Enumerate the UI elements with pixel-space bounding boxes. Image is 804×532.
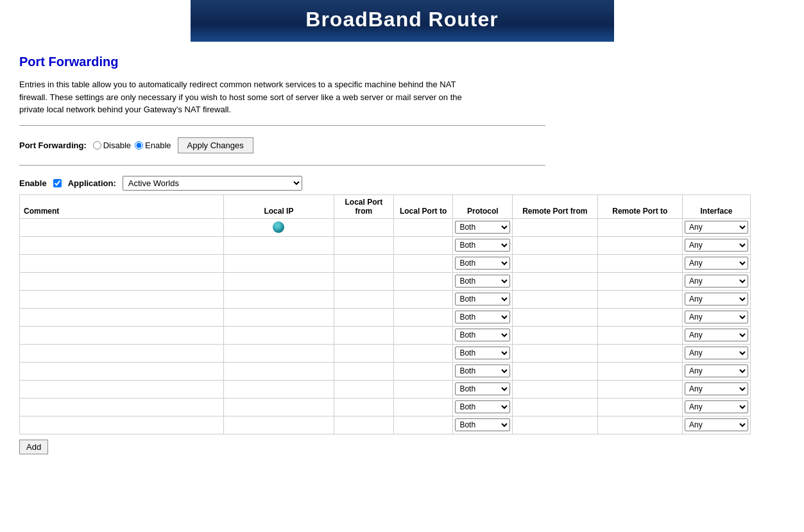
- local-port-to-input[interactable]: [396, 294, 451, 304]
- enable-radio[interactable]: [135, 141, 143, 150]
- add-button[interactable]: Add: [19, 440, 48, 454]
- remote-port-from-input[interactable]: [515, 312, 595, 322]
- remote-port-from-input[interactable]: [515, 384, 595, 394]
- local-port-to-input[interactable]: [396, 258, 451, 268]
- remote-port-to-input[interactable]: [600, 294, 680, 304]
- protocol-select[interactable]: BothTCPUDP: [455, 365, 510, 377]
- interface-select[interactable]: AnyWANLAN: [685, 311, 748, 323]
- remote-port-from-input[interactable]: [515, 222, 595, 232]
- comment-input[interactable]: [22, 312, 221, 322]
- enable-checkbox[interactable]: [53, 179, 62, 187]
- protocol-select[interactable]: BothTCPUDP: [455, 347, 510, 359]
- localip-input[interactable]: [226, 294, 332, 304]
- local-port-to-input[interactable]: [396, 276, 451, 286]
- remote-port-to-input[interactable]: [600, 276, 680, 286]
- remote-port-to-input[interactable]: [600, 366, 680, 376]
- interface-select[interactable]: AnyWANLAN: [685, 365, 748, 377]
- protocol-select[interactable]: BothTCPUDP: [455, 257, 510, 270]
- comment-input[interactable]: [22, 222, 221, 232]
- local-port-from-input[interactable]: [336, 294, 391, 304]
- comment-input[interactable]: [22, 402, 221, 412]
- local-port-from-input[interactable]: [336, 258, 391, 268]
- local-port-to-input[interactable]: [396, 240, 451, 250]
- remote-port-to-input[interactable]: [600, 420, 680, 430]
- local-port-to-input[interactable]: [396, 366, 451, 376]
- localip-input[interactable]: [226, 240, 332, 250]
- interface-select[interactable]: AnyWANLAN: [685, 347, 748, 359]
- interface-select[interactable]: AnyWANLAN: [685, 275, 748, 287]
- localip-input[interactable]: [226, 312, 332, 322]
- remote-port-from-input[interactable]: [515, 420, 595, 430]
- remote-port-from-input[interactable]: [515, 402, 595, 412]
- local-port-to-input[interactable]: [396, 348, 451, 358]
- interface-select[interactable]: AnyWANLAN: [685, 418, 748, 431]
- protocol-select[interactable]: BothTCPUDP: [455, 275, 510, 287]
- interface-select[interactable]: AnyWANLAN: [685, 239, 748, 252]
- local-port-to-input[interactable]: [396, 222, 451, 232]
- remote-port-from-input[interactable]: [515, 276, 595, 286]
- interface-select[interactable]: AnyWANLAN: [685, 293, 748, 305]
- comment-input[interactable]: [22, 258, 221, 268]
- protocol-select[interactable]: BothTCPUDP: [455, 221, 510, 234]
- apply-changes-button[interactable]: Apply Changes: [178, 137, 253, 153]
- remote-port-to-input[interactable]: [600, 402, 680, 412]
- local-port-from-input[interactable]: [336, 348, 391, 358]
- comment-input[interactable]: [22, 240, 221, 250]
- local-port-to-input[interactable]: [396, 420, 451, 430]
- remote-port-to-input[interactable]: [600, 222, 680, 232]
- local-port-from-input[interactable]: [336, 366, 391, 376]
- local-port-to-input[interactable]: [396, 312, 451, 322]
- protocol-select[interactable]: BothTCPUDP: [455, 418, 510, 431]
- remote-port-to-input[interactable]: [600, 330, 680, 340]
- localip-input[interactable]: [226, 276, 332, 286]
- local-port-from-input[interactable]: [336, 312, 391, 322]
- comment-input[interactable]: [22, 276, 221, 286]
- remote-port-to-input[interactable]: [600, 258, 680, 268]
- local-port-from-input[interactable]: [336, 402, 391, 412]
- remote-port-from-input[interactable]: [515, 366, 595, 376]
- remote-port-to-input[interactable]: [600, 384, 680, 394]
- local-port-to-input[interactable]: [396, 330, 451, 340]
- local-port-from-input[interactable]: [336, 240, 391, 250]
- remote-port-from-input[interactable]: [515, 294, 595, 304]
- localip-input[interactable]: [226, 330, 332, 340]
- protocol-select[interactable]: BothTCPUDP: [455, 311, 510, 323]
- comment-input[interactable]: [22, 384, 221, 394]
- localip-input[interactable]: [226, 420, 332, 430]
- remote-port-from-input[interactable]: [515, 258, 595, 268]
- remote-port-from-input[interactable]: [515, 348, 595, 358]
- localip-input[interactable]: [226, 384, 332, 394]
- remote-port-to-input[interactable]: [600, 348, 680, 358]
- remote-port-from-input[interactable]: [515, 330, 595, 340]
- protocol-select[interactable]: BothTCPUDP: [455, 329, 510, 341]
- application-select[interactable]: Active WorldsAIM TalkAge of EmpiresBattl…: [123, 176, 302, 191]
- local-port-from-input[interactable]: [336, 222, 391, 232]
- comment-input[interactable]: [22, 366, 221, 376]
- localip-input[interactable]: [226, 348, 332, 358]
- interface-select[interactable]: AnyWANLAN: [685, 400, 748, 413]
- local-port-to-input[interactable]: [396, 402, 451, 412]
- interface-select[interactable]: AnyWANLAN: [685, 382, 748, 395]
- protocol-select[interactable]: BothTCPUDP: [455, 239, 510, 252]
- comment-input[interactable]: [22, 420, 221, 430]
- local-port-from-input[interactable]: [336, 420, 391, 430]
- local-port-from-input[interactable]: [336, 276, 391, 286]
- local-port-to-input[interactable]: [396, 384, 451, 394]
- interface-select[interactable]: AnyWANLAN: [685, 257, 748, 270]
- protocol-select[interactable]: BothTCPUDP: [455, 400, 510, 413]
- comment-input[interactable]: [22, 348, 221, 358]
- comment-input[interactable]: [22, 294, 221, 304]
- localip-input[interactable]: [226, 366, 332, 376]
- interface-select[interactable]: AnyWANLAN: [685, 329, 748, 341]
- local-port-from-input[interactable]: [336, 330, 391, 340]
- comment-input[interactable]: [22, 330, 221, 340]
- remote-port-to-input[interactable]: [600, 312, 680, 322]
- remote-port-to-input[interactable]: [600, 240, 680, 250]
- local-port-from-input[interactable]: [336, 384, 391, 394]
- localip-input[interactable]: [226, 258, 332, 268]
- localip-input[interactable]: [226, 402, 332, 412]
- disable-radio[interactable]: [93, 141, 101, 150]
- remote-port-from-input[interactable]: [515, 240, 595, 250]
- protocol-select[interactable]: BothTCPUDP: [455, 382, 510, 395]
- interface-select[interactable]: AnyWANLAN: [685, 221, 748, 234]
